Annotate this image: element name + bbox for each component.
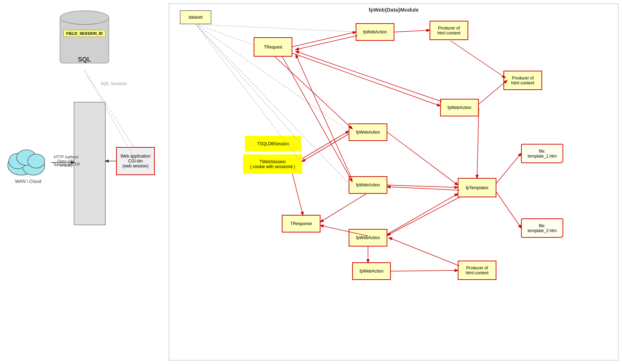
node-file-template1: file:template_1.htm [521,144,563,163]
webapp-label: Web applicationCGI-bin(web session) [120,154,150,168]
svg-line-37 [479,81,507,104]
diagram-title: fpWeb{Data}Module [369,7,419,13]
svg-line-34 [389,238,459,266]
svg-line-22 [302,131,349,159]
database-cylinder: FIELD_SESSION_ID SQL [56,11,113,67]
node-trequest: TRequest [254,37,292,57]
svg-line-27 [496,153,521,183]
svg-point-4 [28,154,45,168]
svg-line-10 [196,24,357,32]
file-template1-text: file:template_1.htm [528,149,557,159]
node-producer2: Producer ofhtml content [503,71,542,90]
arrows-svg [169,4,618,360]
svg-line-39 [477,108,479,178]
wan-cloud-container: WAN \ Cloud [4,144,53,184]
producer1-text: Producer ofhtml content [437,26,460,36]
node-file-template2: file:template_2.htm [521,218,563,238]
wan-cloud-svg [5,144,51,176]
node-fpwebaction2: fpWebAction [440,99,479,116]
svg-line-24 [320,194,366,222]
node-fpwebaction3: fpWebAction [349,123,387,141]
node-fpwebaction6: fpWebAction [352,262,391,280]
left-panel: FIELD_SESSION_ID SQL SQL Session Server … [0,0,169,364]
svg-line-9 [196,24,255,45]
svg-line-31 [387,197,459,235]
sql-session-label: SQL Session [100,81,127,86]
database-container: FIELD_SESSION_ID SQL [56,11,113,67]
twebsession-text: TWebSession( cookie with sessionId ) [250,159,295,169]
svg-line-23 [387,132,458,185]
producer2-text: Producer ofhtml content [511,76,534,85]
svg-line-25 [387,185,458,187]
right-panel: fpWeb{Data}Module dataset TRequest fpWeb… [169,4,618,360]
http-label: HTTP (without Open SSLor with) [52,155,80,167]
node-producer1: Producer ofhtml content [430,21,468,40]
node-dataset: dataset [180,10,211,24]
svg-line-15 [292,32,356,47]
svg-line-30 [387,194,458,234]
field-session-label: FIELD_SESSION_ID [63,30,106,37]
svg-line-36 [296,55,351,178]
cylinder-top [60,11,109,25]
svg-line-40 [292,174,303,215]
node-twebsession: TWebSession( cookie with sessionId ) [243,154,302,174]
file-template2-text: file:template_2.htm [528,223,557,233]
node-fptemplates: fpTemplates [458,178,496,197]
svg-line-33 [391,270,458,271]
svg-line-17 [394,30,430,32]
sql-label: SQL [56,56,113,63]
webapp-box: Web applicationCGI-bin(web session) [116,147,155,175]
node-producer3: Producer ofhtml content [458,261,496,280]
svg-line-38 [296,51,442,102]
node-fpwebaction4: fpWebAction [349,176,387,194]
svg-line-21 [302,134,349,161]
svg-line-19 [451,41,505,78]
node-fpwebaction1: fpWebAction [356,23,394,41]
svg-line-28 [496,192,521,228]
node-tresponse: TResponse [282,215,320,232]
node-tsqldbsession: TSQLDBSession [245,136,301,152]
svg-line-18 [292,53,440,106]
wan-label: WAN \ Cloud [4,179,53,184]
svg-line-20 [275,57,352,129]
producer3-text: Producer ofhtml content [465,266,488,275]
node-fpwebaction5: fpWebAction [349,229,387,247]
svg-line-16 [296,36,357,50]
svg-line-26 [387,187,459,190]
